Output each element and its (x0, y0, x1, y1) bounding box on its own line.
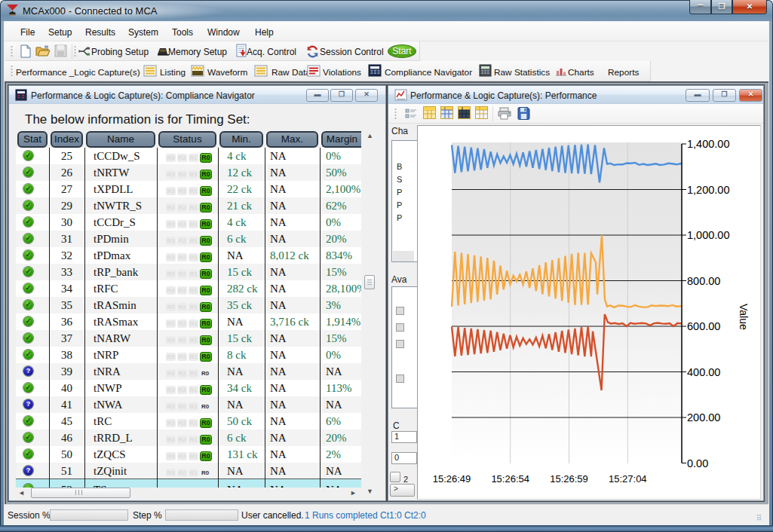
svg-text:Value: Value (738, 304, 750, 330)
svg-text:15:26:54: 15:26:54 (491, 473, 529, 485)
svg-text:15:26:49: 15:26:49 (433, 473, 471, 485)
svg-text:15:27:04: 15:27:04 (609, 473, 647, 485)
svg-text:0.00: 0.00 (687, 457, 708, 469)
svg-text:400.00: 400.00 (687, 366, 720, 378)
svg-text:200.00: 200.00 (687, 411, 720, 423)
svg-text:15:26:59: 15:26:59 (550, 473, 588, 485)
svg-text:1,000.00: 1,000.00 (687, 229, 729, 241)
svg-text:600.00: 600.00 (687, 320, 720, 332)
svg-text:1,200.00: 1,200.00 (687, 184, 729, 196)
svg-text:1,400.00: 1,400.00 (687, 138, 729, 150)
svg-text:800.00: 800.00 (687, 275, 720, 287)
